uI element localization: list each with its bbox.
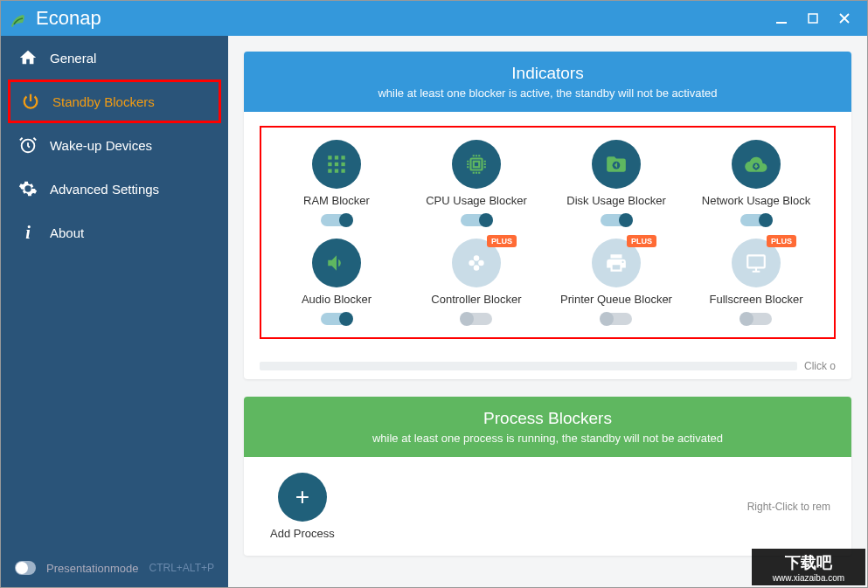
indicators-title: Indicators <box>256 64 839 83</box>
sidebar-item-label: Standby Blockers <box>52 94 155 109</box>
indicator-audio[interactable]: Audio Blocker <box>270 239 403 325</box>
sidebar-item-wakeup-devices[interactable]: Wake-up Devices <box>1 123 228 167</box>
indicator-toggle[interactable] <box>601 313 632 325</box>
audio-icon <box>312 239 361 287</box>
svg-rect-7 <box>335 163 338 166</box>
svg-point-17 <box>469 260 475 266</box>
indicators-highlight-box: RAM BlockerCPU Usage BlockerDisk Usage B… <box>260 126 836 339</box>
indicator-label: Disk Usage Blocker <box>566 194 665 207</box>
indicator-toggle[interactable] <box>740 214 772 226</box>
click-hint: Click o <box>804 360 836 372</box>
sidebar-item-advanced-settings[interactable]: Advanced Settings <box>1 167 228 211</box>
indicators-panel: Indicators while at least one blocker is… <box>244 52 851 379</box>
plus-badge: PLUS <box>487 235 517 247</box>
svg-point-18 <box>478 260 484 266</box>
indicator-label: CPU Usage Blocker <box>426 194 527 207</box>
svg-point-19 <box>474 265 480 271</box>
indicator-toggle[interactable] <box>461 313 492 325</box>
svg-rect-5 <box>341 156 344 159</box>
sidebar-item-standby-blockers[interactable]: Standby Blockers <box>8 80 221 123</box>
svg-rect-11 <box>341 169 344 172</box>
indicator-label: Fullscreen Blocker <box>710 293 803 306</box>
app-logo: Econap <box>8 7 101 30</box>
svg-rect-20 <box>747 255 765 267</box>
printer-icon: PLUS <box>592 239 641 287</box>
titlebar: Econap <box>1 1 867 36</box>
right-click-hint: Right-Click to rem <box>747 501 836 513</box>
svg-rect-13 <box>474 162 480 168</box>
svg-rect-6 <box>328 163 331 166</box>
processes-header: Process Blockers while at least one proc… <box>244 397 851 457</box>
indicator-controller[interactable]: PLUSController Blocker <box>410 239 543 325</box>
indicator-label: RAM Blocker <box>303 194 370 207</box>
presentation-shortcut: CTRL+ALT+P <box>149 562 214 574</box>
sidebar-item-about[interactable]: i About <box>1 211 228 254</box>
svg-rect-10 <box>335 169 338 172</box>
presentation-mode-toggle[interactable] <box>15 561 36 575</box>
cpu-icon <box>452 140 501 189</box>
svg-rect-3 <box>328 156 331 159</box>
controller-icon: PLUS <box>452 239 501 287</box>
indicator-toggle[interactable] <box>321 313 352 325</box>
svg-rect-9 <box>328 169 331 172</box>
sidebar-item-general[interactable]: General <box>1 36 228 80</box>
svg-rect-4 <box>335 156 338 159</box>
indicator-toggle[interactable] <box>601 214 632 226</box>
indicator-printer[interactable]: PLUSPrinter Queue Blocker <box>550 239 683 325</box>
horizontal-scrollbar[interactable] <box>260 362 797 370</box>
indicator-ram[interactable]: RAM Blocker <box>270 140 403 226</box>
add-process-button[interactable]: + Add Process <box>270 473 335 540</box>
indicator-label: Printer Queue Blocker <box>560 293 672 306</box>
svg-rect-1 <box>809 14 817 23</box>
svg-rect-8 <box>341 163 344 166</box>
processes-title: Process Blockers <box>256 409 839 428</box>
gear-icon <box>18 179 38 198</box>
processes-subtitle: while at least one process is running, t… <box>256 432 839 445</box>
sidebar-item-label: Wake-up Devices <box>50 138 152 153</box>
sidebar: General Standby Blockers Wake-up Devices… <box>1 36 228 587</box>
sidebar-item-label: About <box>50 225 84 240</box>
minimize-button[interactable] <box>766 3 797 34</box>
maximize-button[interactable] <box>797 3 829 34</box>
indicator-toggle[interactable] <box>740 313 772 325</box>
indicators-subtitle: while at least one blocker is active, th… <box>256 86 839 100</box>
leaf-icon <box>8 8 29 29</box>
sidebar-item-label: Advanced Settings <box>50 182 159 197</box>
content-area: Indicators while at least one blocker is… <box>228 36 867 587</box>
clock-icon <box>18 135 38 155</box>
processes-panel: Process Blockers while at least one proc… <box>244 397 851 556</box>
sidebar-footer: Presentationmode CTRL+ALT+P <box>1 549 228 587</box>
plus-icon: + <box>278 473 327 522</box>
close-button[interactable] <box>829 3 860 34</box>
network-icon <box>732 140 781 189</box>
plus-badge: PLUS <box>767 235 796 247</box>
svg-point-16 <box>474 255 480 261</box>
presentation-mode-label: Presentationmode <box>46 562 139 575</box>
indicator-label: Network Usage Block <box>702 194 810 207</box>
info-icon: i <box>18 223 38 242</box>
fullscreen-icon: PLUS <box>732 239 781 287</box>
indicator-toggle[interactable] <box>461 214 492 226</box>
app-name: Econap <box>36 7 101 30</box>
indicator-toggle[interactable] <box>321 214 352 226</box>
indicator-label: Audio Blocker <box>302 293 372 306</box>
power-icon <box>21 92 40 111</box>
sidebar-item-label: General <box>50 51 96 66</box>
indicator-cpu[interactable]: CPU Usage Blocker <box>410 140 543 226</box>
add-process-label: Add Process <box>270 527 335 540</box>
indicator-fullscreen[interactable]: PLUSFullscreen Blocker <box>690 239 823 325</box>
plus-badge: PLUS <box>627 235 656 247</box>
svg-rect-12 <box>471 159 483 170</box>
indicators-header: Indicators while at least one blocker is… <box>244 52 851 112</box>
indicator-label: Controller Blocker <box>431 293 521 306</box>
indicator-disk[interactable]: Disk Usage Blocker <box>550 140 683 226</box>
indicator-network[interactable]: Network Usage Block <box>690 140 823 226</box>
disk-icon <box>592 140 641 189</box>
svg-rect-0 <box>776 22 787 24</box>
watermark: 下载吧 www.xiazaiba.com <box>752 549 865 585</box>
ram-icon <box>312 140 361 189</box>
home-icon <box>18 48 38 67</box>
